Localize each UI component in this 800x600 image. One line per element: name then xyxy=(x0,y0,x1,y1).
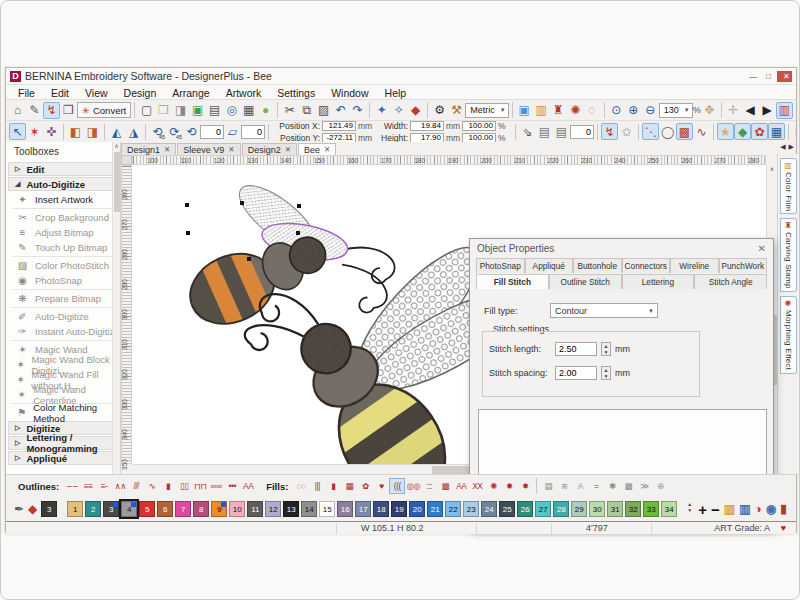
fill-lace-c-icon[interactable]: ✸ xyxy=(517,478,533,494)
color-swatch-23[interactable]: 23 xyxy=(463,501,479,517)
color-swatch-16[interactable]: 16 xyxy=(337,501,353,517)
color-swatch-20[interactable]: 20 xyxy=(409,501,425,517)
fill-florentine-icon[interactable]: ✿ xyxy=(357,478,373,494)
print-icon[interactable]: ▤ xyxy=(206,102,223,119)
field-input-1-2[interactable] xyxy=(462,133,496,143)
freehand-select-icon[interactable]: ✜ xyxy=(43,123,60,140)
field-input-0-2[interactable] xyxy=(462,121,496,131)
color-swatch-29[interactable]: 29 xyxy=(571,501,587,517)
color-swatch-8[interactable]: 8 xyxy=(193,501,209,517)
outline-design-icon[interactable]: ◯ xyxy=(659,123,676,140)
fill-heart-icon[interactable]: ♥ xyxy=(373,478,389,494)
menu-artwork[interactable]: Artwork xyxy=(218,87,270,99)
send-to-mouse-icon[interactable]: ● xyxy=(257,102,274,119)
dialog-close-icon[interactable]: ✕ xyxy=(758,243,766,254)
stitch-setting-input[interactable] xyxy=(555,342,597,356)
write-to-machine-icon[interactable]: ▦ xyxy=(240,102,257,119)
fill-alphabet-icon[interactable]: A xyxy=(572,478,588,494)
sidebar-item-auto-digitize[interactable]: ✐Auto-Digitize xyxy=(6,309,120,324)
panel-tab-morphing-effect[interactable]: ✺Morphing Effect xyxy=(780,296,797,373)
reshape-fill-icon[interactable]: ◨ xyxy=(84,123,101,140)
fill-cross-stitch-icon[interactable]: XX xyxy=(469,478,485,494)
sidebar-item-magic-wand-centerline[interactable]: ✶Magic Wand Centerline xyxy=(6,387,120,402)
color-picker-eyedropper-icon[interactable]: ✒ xyxy=(14,502,24,516)
menu-file[interactable]: File xyxy=(10,87,43,99)
select-object-icon[interactable]: ↖ xyxy=(9,123,26,140)
hoop-layout-icon[interactable]: ❐ xyxy=(60,102,77,119)
fill-step-icon[interactable]: ||| xyxy=(309,478,325,494)
redo-icon[interactable]: ↷ xyxy=(349,102,366,119)
outline-candlewicking-icon[interactable]: ••• xyxy=(224,478,240,494)
sidebar-item-photosnap[interactable]: ◉PhotoSnap xyxy=(6,273,120,288)
mirror-x-icon[interactable]: ◭ xyxy=(108,123,125,140)
carving-stamp-toggle-icon[interactable]: ♜ xyxy=(550,102,567,119)
color-swatch-7[interactable]: 7 xyxy=(175,501,191,517)
tab-close-icon[interactable]: ✕ xyxy=(285,145,291,154)
add-color-icon[interactable]: + xyxy=(698,501,707,518)
open-design-icon[interactable]: ❒ xyxy=(155,102,172,119)
dialog-title-bar[interactable]: Object Properties ✕ xyxy=(470,239,773,258)
design-tab-design2[interactable]: Design2✕ xyxy=(242,143,297,155)
outline-chain-icon[interactable]: ∞∞ xyxy=(208,478,224,494)
menu-arrange[interactable]: Arrange xyxy=(164,87,217,99)
simple-shapes-icon[interactable]: ◆ xyxy=(734,123,751,140)
show-hoop-icon[interactable]: ▢ xyxy=(792,123,796,140)
new-design-icon[interactable]: ▢ xyxy=(138,102,155,119)
thread-spool-icon[interactable]: ▮ xyxy=(780,502,787,516)
color-swatch-27[interactable]: 27 xyxy=(535,501,551,517)
tab-close-icon[interactable]: ✕ xyxy=(228,145,234,154)
menu-design[interactable]: Design xyxy=(116,87,165,99)
color-film-toggle-icon[interactable]: ▥ xyxy=(533,102,550,119)
outline-stemstitch-icon[interactable]: /// xyxy=(128,478,144,494)
insert-artwork-icon[interactable]: ◨ xyxy=(172,102,189,119)
sidebar-item-adjust-bitmap[interactable]: ≡Adjust Bitmap xyxy=(6,225,120,240)
design-colors-icon[interactable]: ▥ xyxy=(776,102,793,119)
dialog-tab-punchwork[interactable]: PunchWork xyxy=(719,258,768,273)
copy-icon[interactable]: ⧉ xyxy=(298,102,315,119)
cycle-used-colors-icon[interactable]: ◑ xyxy=(755,502,762,516)
palette-spinner[interactable]: ▲▼ xyxy=(685,501,694,517)
tab-close-icon[interactable]: ✕ xyxy=(324,145,330,154)
reshape-object-icon[interactable]: ◧ xyxy=(67,123,84,140)
color-swatch-25[interactable]: 25 xyxy=(499,501,515,517)
pan-icon[interactable]: ✥ xyxy=(701,102,718,119)
sidebar-scrollbar[interactable]: ∧ xyxy=(112,142,120,474)
fill-lattice-icon[interactable]: ▦ xyxy=(341,478,357,494)
scale-to-fit-icon[interactable]: ⇘ xyxy=(519,123,536,140)
menu-window[interactable]: Window xyxy=(323,87,376,99)
dialog-tab-buttonhole[interactable]: Buttonhole xyxy=(573,258,622,273)
maximize-button[interactable]: □ xyxy=(760,71,775,82)
sidebar-item-prepare-bitmap[interactable]: ❋Prepare Bitmap xyxy=(6,291,120,306)
tabs-scroll-left[interactable]: ◀ xyxy=(780,143,785,151)
color-swatch-4[interactable]: 4 xyxy=(121,501,137,517)
morphing-effect-toggle-icon[interactable]: ✺ xyxy=(567,102,584,119)
tabs-scroll-right[interactable]: ▶ xyxy=(789,143,794,151)
rotate-ccw-45-icon[interactable]: ⟲45 xyxy=(149,123,166,140)
outline-raised-satin-icon[interactable]: ▯▯ xyxy=(176,478,192,494)
star-outline-effect-icon[interactable]: ✩ xyxy=(618,123,635,140)
color-swatch-28[interactable]: 28 xyxy=(553,501,569,517)
design-tab-design1[interactable]: Design1✕ xyxy=(121,143,176,155)
outline-blanket-icon[interactable]: ⊓⊓ xyxy=(192,478,208,494)
units-select[interactable]: Metric▼ xyxy=(465,103,508,118)
fill-type-select[interactable]: Contour ▼ xyxy=(550,303,658,318)
texture-fill-icon[interactable]: ▩ xyxy=(676,123,693,140)
keep-stitch-count-2-icon[interactable]: ▤ xyxy=(553,123,570,140)
dialog-tab-fill-stitch[interactable]: Fill Stitch xyxy=(476,274,549,289)
polygon-select-icon[interactable]: ✶ xyxy=(26,123,43,140)
minimize-button[interactable]: — xyxy=(743,71,758,82)
panel-tab-carving-stamp[interactable]: ♜Carving Stamp xyxy=(780,218,797,292)
color-swatch-13[interactable]: 13 xyxy=(283,501,299,517)
measure-icon[interactable]: ✛ xyxy=(725,102,742,119)
star-shape-icon[interactable]: ★ xyxy=(717,123,734,140)
fill-lace-b-icon[interactable]: ✹ xyxy=(501,478,517,494)
stitch-setting-input[interactable] xyxy=(555,366,597,380)
sidebar-section-lettering-monogramming[interactable]: ▷Lettering / Monogramming xyxy=(8,436,118,450)
menu-settings[interactable]: Settings xyxy=(269,87,323,99)
grid-effect-icon[interactable]: ▦ xyxy=(768,123,785,140)
cut-icon[interactable]: ✂ xyxy=(281,102,298,119)
hardware-setup-icon[interactable]: ⚒ xyxy=(448,102,465,119)
fill-lace-a-icon[interactable]: ✺ xyxy=(485,478,501,494)
sidebar-item-crop-background[interactable]: ✂Crop Background xyxy=(6,210,120,225)
dialog-tab-outline-stitch[interactable]: Outline Stitch xyxy=(549,274,622,289)
